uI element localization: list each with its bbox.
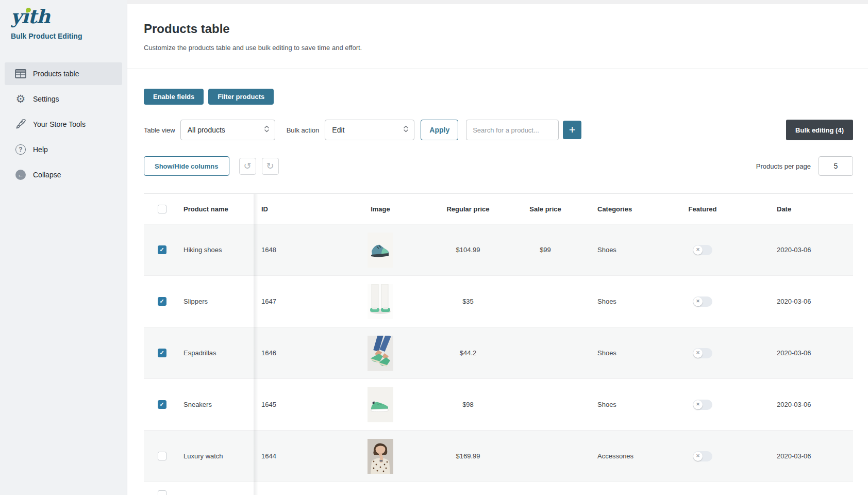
toggle-knob: ✕ [693,452,703,461]
sidebar: yith Bulk Product Editing Products table… [0,0,127,495]
main-content: Products table Customize the products ta… [127,0,868,495]
table-options-row: Show/Hide columns ↺ ↻ Products per page [144,156,853,176]
regular-price: $98 [462,401,474,408]
page-title: Products table [144,22,852,36]
yith-logo: yith [0,6,127,27]
product-categories: Shoes [587,349,669,357]
sidebar-item-label: Your Store Tools [33,120,86,128]
row-checkbox[interactable]: ✓ [158,490,166,495]
product-date: 2020-03-06 [736,298,852,305]
bulk-action-select[interactable]: Edit [325,120,414,140]
sidebar-item-settings[interactable]: ⚙ Settings [5,88,122,110]
plus-icon: + [569,123,576,137]
toggle-off-x-icon: ✕ [696,402,700,407]
product-id: 1647 [254,298,329,305]
featured-toggle[interactable]: ✕ [693,451,712,461]
bulk-action-label: Bulk action [287,126,320,134]
sidebar-item-your-store-tools[interactable]: Your Store Tools [5,113,122,136]
add-product-button[interactable]: + [563,121,581,139]
sidebar-item-products-table[interactable]: Products table [5,62,122,85]
product-name: Slippers [180,298,254,305]
table-row: ✓ Luxury watch 1644 $169.99 Accessories … [144,431,853,482]
products-per-page-input[interactable] [819,156,853,176]
column-header-id: ID [254,205,329,213]
show-hide-columns-button[interactable]: Show/Hide columns [144,156,229,176]
sale-price: $99 [540,246,551,254]
primary-actions: Enable fields Filter products [144,89,853,105]
plugin-name: Bulk Product Editing [0,32,127,40]
select-all-checkbox[interactable]: ✓ [158,205,166,213]
undo-icon: ↺ [243,160,251,172]
featured-toggle[interactable]: ✕ [693,245,712,255]
table-view-select[interactable]: All products [180,120,275,140]
toggle-knob: ✕ [693,400,703,409]
toggle-off-x-icon: ✕ [696,454,700,458]
enable-fields-button[interactable]: Enable fields [144,89,204,105]
product-id: 1648 [254,246,329,254]
check-icon: ✓ [159,299,164,304]
product-name: Sneakers [180,401,254,408]
chevron-updown-icon [264,124,270,136]
column-header-product-name: Product name [180,205,254,213]
product-date: 2020-03-06 [736,349,852,357]
featured-toggle[interactable]: ✕ [693,400,712,410]
column-header-regular-price: Regular price [446,205,489,213]
undo-button[interactable]: ↺ [239,158,256,175]
row-checkbox[interactable]: ✓ [158,400,166,409]
sidebar-item-label: Help [33,145,48,154]
column-header-featured: Featured [689,205,717,213]
help-icon: ? [15,144,26,155]
regular-price: $104.99 [456,246,480,254]
table-header-row: ✓ Product name ID Image Regular price Sa… [144,194,853,224]
sidebar-item-label: Collapse [33,171,61,179]
product-id: 1644 [254,452,329,460]
collapse-icon: ← [15,170,26,180]
gear-icon: ⚙ [15,93,26,104]
featured-toggle[interactable]: ✕ [693,348,712,358]
check-icon: ✓ [159,350,164,356]
row-checkbox[interactable]: ✓ [158,245,166,254]
table-view-value: All products [188,126,225,134]
product-categories: Accessories [587,452,669,460]
row-checkbox[interactable]: ✓ [158,297,166,306]
check-icon: ✓ [159,247,164,253]
sidebar-item-label: Products table [33,70,79,78]
page-subtitle: Customize the products table and use bul… [144,44,852,52]
table-row: ✓ [144,482,853,495]
toggle-off-x-icon: ✕ [696,248,700,252]
table-row: ✓ Espadrillas 1646 $44.2 Shoes ✕ 2020-03… [144,327,853,379]
slippers-photo [368,284,393,319]
table-row: ✓ Hiking shoes 1648 $104.99 $99 Shoes ✕ … [144,224,853,276]
product-categories: Shoes [587,298,669,305]
sidebar-item-help[interactable]: ? Help [5,138,122,161]
row-checkbox[interactable]: ✓ [158,452,166,460]
sidebar-item-collapse[interactable]: ← Collapse [5,163,122,186]
app-window: yith Bulk Product Editing Products table… [0,0,868,495]
sidebar-nav: Products table ⚙ Settings Your Store Too… [0,62,127,186]
filter-products-button[interactable]: Filter products [208,89,274,105]
redo-button[interactable]: ↻ [262,158,279,175]
toggle-off-x-icon: ✕ [696,351,700,355]
row-checkbox[interactable]: ✓ [158,349,166,357]
toggle-off-x-icon: ✕ [696,299,700,304]
product-id: 1645 [254,401,329,408]
column-header-sale-price: Sale price [529,205,561,213]
chevron-updown-icon [403,124,409,136]
apply-button[interactable]: Apply [421,120,458,140]
toggle-knob: ✕ [693,297,703,306]
product-name: Espadrillas [180,349,254,357]
column-header-image: Image [371,205,390,213]
product-categories: Shoes [587,401,669,408]
product-name: Luxury watch [180,452,254,460]
redo-icon: ↻ [266,160,274,172]
sneakers-photo [368,387,393,422]
search-input[interactable] [466,120,559,140]
column-header-categories: Categories [587,205,669,213]
bulk-action-value: Edit [332,126,344,134]
featured-toggle[interactable]: ✕ [693,296,712,307]
regular-price: $35 [462,298,474,305]
bulk-editing-button[interactable]: Bulk editing (4) [786,120,853,140]
table-row: ✓ Slippers 1647 $35 Shoes ✕ 2020-03-06 [144,276,853,327]
product-date: 2020-03-06 [736,452,852,460]
espadrillas-photo [368,336,393,371]
